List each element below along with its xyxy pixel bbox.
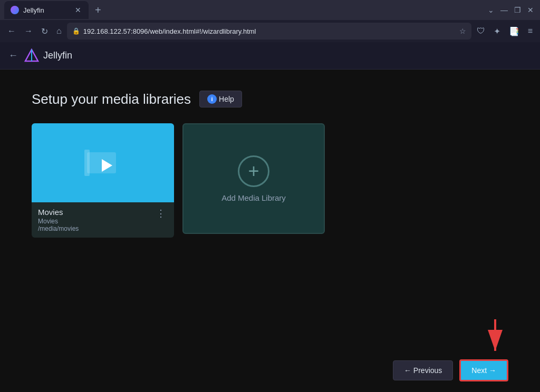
svg-rect-3 [84,150,90,176]
jellyfin-icon [24,48,39,63]
library-type: Movies [38,218,79,225]
library-card-details: Movies Movies /media/movies [38,208,79,232]
page-title: Setup your media libraries [32,91,191,107]
shield-button[interactable]: 🛡 [474,24,488,38]
extensions-button[interactable]: ✦ [490,24,504,38]
previous-button[interactable]: ← Previous [393,360,453,380]
browser-nav-icons: 🛡 ✦ 📑 ≡ [474,24,536,38]
browser-restore[interactable]: ❐ [512,4,523,16]
help-icon: i [207,94,217,104]
add-circle-icon: + [238,155,269,187]
address-bar[interactable]: 🔒 192.168.122.57:8096/web/index.html#!/w… [67,23,471,40]
bottom-nav-area: ← Previous Next → [0,349,540,392]
main-content: Setup your media libraries i Help [0,70,540,349]
refresh-button[interactable]: ↻ [38,24,51,38]
tab-favicon [11,6,19,14]
home-button[interactable]: ⌂ [53,24,65,38]
active-tab[interactable]: Jellyfin ✕ [4,1,89,19]
app-back-button[interactable]: ← [8,50,18,61]
library-card-info: Movies Movies /media/movies ⋮ [32,202,174,238]
browser-close[interactable]: ✕ [525,4,536,16]
browser-nav: ← → ↻ ⌂ 🔒 192.168.122.57:8096/web/index.… [0,20,540,42]
library-menu-button[interactable]: ⋮ [154,208,168,219]
browser-minimize[interactable]: — [498,4,510,16]
new-tab-button[interactable]: + [95,1,101,19]
jellyfin-logo: Jellyfin [24,48,72,63]
bookmark-icon[interactable]: ☆ [459,27,466,35]
tab-bar: Jellyfin ✕ + ⌄ — ❐ ✕ [0,0,540,20]
browser-chevron[interactable]: ⌄ [486,4,496,16]
media-play-icon [82,144,124,181]
browser-chrome: Jellyfin ✕ + ⌄ — ❐ ✕ ← → ↻ ⌂ 🔒 192.168.1… [0,0,540,42]
bookmark-button[interactable]: 📑 [506,24,523,38]
menu-button[interactable]: ≡ [525,24,536,38]
tab-title: Jellyfin [23,6,70,14]
page-header: Setup your media libraries i Help [32,91,508,107]
app-header: ← Jellyfin [0,42,540,70]
add-library-card[interactable]: + Add Media Library [182,123,325,234]
svg-rect-2 [87,152,116,173]
add-library-label: Add Media Library [221,193,286,202]
library-path: /media/movies [38,225,79,232]
library-name: Movies [38,208,79,217]
help-label: Help [219,95,234,103]
help-button[interactable]: i Help [199,91,242,107]
library-card-movies[interactable]: Movies Movies /media/movies ⋮ [32,123,174,238]
library-card-thumbnail [32,123,174,202]
address-text: 192.168.122.57:8096/web/index.html#!/wiz… [83,27,456,35]
back-button[interactable]: ← [4,24,19,38]
app-name: Jellyfin [43,50,72,61]
next-button[interactable]: Next → [459,359,508,381]
tab-close-button[interactable]: ✕ [74,6,82,14]
forward-button[interactable]: → [21,24,36,38]
lock-icon: 🔒 [72,27,80,35]
app-container: ← Jellyfin Setup your media libraries i … [0,42,540,392]
annotation-arrow [479,319,511,361]
library-grid: Movies Movies /media/movies ⋮ + Add Medi… [32,123,508,238]
